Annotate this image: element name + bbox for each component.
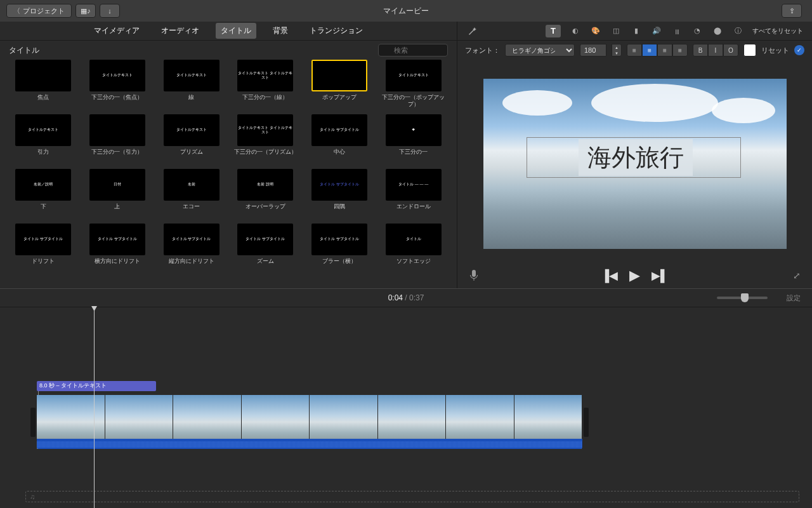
align-center-button[interactable]: ≡ — [642, 44, 657, 57]
filter-icon[interactable]: ⬤ — [712, 25, 723, 37]
stabilize-icon[interactable]: ▮ — [631, 25, 642, 37]
voiceover-mic-icon[interactable] — [469, 269, 479, 282]
align-right-button[interactable]: ≡ — [657, 44, 672, 57]
library-button[interactable]: ▦♪ — [75, 4, 96, 18]
inspector-toolbar: T ◐ 🎨 ◫ ▮ 🔊 ⫼ ◔ ⬤ ⓘ すべてをリセット — [457, 22, 812, 40]
title-preset-item[interactable]: タイトルテキストプリズム — [157, 114, 226, 163]
volume-icon[interactable]: 🔊 — [651, 25, 662, 37]
tab-transitions[interactable]: トランジション — [304, 23, 368, 39]
title-preset-thumb: タイトル サブタイトル — [311, 114, 367, 146]
search-input[interactable] — [378, 44, 448, 57]
title-browser: タイトル 🔍 焦点タイトルテキスト下三分の一（焦点）タイトルテキスト線タイトルテ… — [0, 41, 457, 288]
timeline-settings-button[interactable]: 設定 — [787, 293, 801, 303]
apply-check-icon[interactable]: ✓ — [794, 45, 804, 55]
outline-button[interactable]: O — [723, 44, 738, 57]
font-size-input[interactable] — [580, 44, 606, 57]
title-text-overlay[interactable]: 海外旅行 — [579, 139, 693, 176]
title-preset-item[interactable]: 名前 説明オーバーラップ — [231, 169, 300, 217]
timeline-body[interactable]: 8.0 秒 – タイトルテキスト ♫ — [0, 307, 812, 508]
title-preset-caption: ドリフト — [32, 258, 55, 272]
text-color-swatch[interactable] — [743, 44, 756, 57]
next-button[interactable]: ▶▌ — [652, 269, 669, 283]
title-preset-item[interactable]: タイトル サブタイトル横方向にドリフト — [83, 224, 152, 272]
font-family-select[interactable]: ヒラギノ角ゴシック W — [505, 44, 575, 57]
title-preset-item[interactable]: タイトルテキスト タイトルテキスト下三分の一（線） — [231, 60, 300, 108]
title-preset-caption: エコー — [183, 203, 200, 217]
share-icon: ⇪ — [789, 7, 795, 15]
title-preset-thumb: タイトルテキスト — [15, 114, 71, 146]
title-preset-item[interactable]: タイトルテキスト線 — [157, 60, 226, 108]
color-balance-icon[interactable]: ◐ — [570, 25, 581, 37]
time-display: 0:04 / 0:37 — [388, 293, 424, 302]
cloud-shape — [712, 98, 775, 123]
title-preset-caption: 四隅 — [334, 203, 345, 217]
download-arrow-icon: ↓ — [108, 7, 112, 15]
tab-my-media[interactable]: マイメディア — [89, 23, 145, 39]
reset-font-button[interactable]: リセット — [761, 46, 789, 55]
title-preset-caption: 縦方向にドリフト — [169, 258, 214, 272]
video-preview[interactable]: 海外旅行 — [483, 79, 787, 249]
title-preset-thumb — [311, 60, 367, 91]
music-lane[interactable]: ♫ — [25, 491, 799, 502]
title-preset-item[interactable]: タイトルテキスト下三分の一（ポップアップ） — [379, 60, 448, 108]
zoom-knob[interactable] — [741, 293, 749, 302]
import-button[interactable]: ↓ — [100, 4, 120, 18]
title-preset-item[interactable]: 焦点 — [9, 60, 78, 108]
title-preset-item[interactable]: タイトル — — —エンドロール — [379, 169, 448, 217]
noise-reduce-icon[interactable]: ⫼ — [671, 25, 683, 37]
font-size-stepper[interactable]: ▲▼ — [612, 44, 622, 57]
title-preset-thumb — [89, 114, 145, 146]
title-preset-thumb: 名前 説明 — [237, 169, 293, 201]
title-preset-item[interactable]: タイトル サブタイトルブラー（横） — [305, 224, 374, 272]
color-correct-icon[interactable]: 🎨 — [590, 25, 601, 37]
title-preset-item[interactable]: タイトルテキスト下三分の一（焦点） — [83, 60, 152, 108]
clip-trim-left[interactable] — [30, 408, 36, 437]
title-preset-item[interactable]: タイトルテキスト タイトルテキスト下三分の一（プリズム） — [231, 114, 300, 163]
align-left-button[interactable]: ≡ — [627, 44, 642, 57]
title-clip[interactable]: 8.0 秒 – タイトルテキスト — [37, 381, 156, 391]
title-preset-item[interactable]: 日付上 — [83, 169, 152, 217]
zoom-slider[interactable] — [717, 297, 768, 299]
title-preset-item[interactable]: タイトル サブタイトル縦方向にドリフト — [157, 224, 226, 272]
tab-audio[interactable]: オーディオ — [156, 23, 204, 39]
title-preset-caption: ソフトエッジ — [396, 258, 431, 272]
speed-icon[interactable]: ◔ — [691, 25, 703, 37]
auto-enhance-icon[interactable] — [466, 25, 478, 37]
reset-all-button[interactable]: すべてをリセット — [752, 27, 803, 36]
text-inspector-icon[interactable]: T — [546, 25, 561, 37]
italic-button[interactable]: I — [708, 44, 723, 57]
fullscreen-icon[interactable]: ⤢ — [793, 271, 801, 281]
title-preset-thumb: タイトルテキスト — [386, 60, 442, 91]
share-button[interactable]: ⇪ — [782, 4, 802, 18]
info-icon[interactable]: ⓘ — [732, 25, 743, 37]
tab-backgrounds[interactable]: 背景 — [268, 23, 293, 39]
prev-button[interactable]: ▐◀ — [601, 269, 618, 283]
title-preset-item[interactable]: ❖下三分の一 — [379, 114, 448, 163]
playhead[interactable] — [94, 307, 95, 508]
title-preset-item[interactable]: ポップアップ — [305, 60, 374, 108]
title-preset-caption: 下三分の一（引力） — [91, 149, 143, 163]
title-preset-item[interactable]: タイトル サブタイトル四隅 — [305, 169, 374, 217]
audio-waveform[interactable] — [37, 439, 582, 449]
play-button[interactable]: ▶ — [629, 267, 640, 284]
title-preset-caption: ブラー（横） — [322, 258, 357, 272]
title-preset-caption: 中心 — [334, 149, 345, 163]
title-preset-item[interactable]: タイトルソフトエッジ — [379, 224, 448, 272]
title-preset-thumb: ❖ — [386, 114, 442, 146]
title-preset-item[interactable]: タイトル サブタイトルドリフト — [9, 224, 78, 272]
title-preset-thumb: タイトル サブタイトル — [15, 224, 71, 255]
cloud-shape — [502, 90, 572, 116]
title-preset-item[interactable]: 名前エコー — [157, 169, 226, 217]
bold-button[interactable]: B — [693, 44, 708, 57]
align-justify-button[interactable]: ≡ — [672, 44, 688, 57]
back-to-projects-button[interactable]: 〈 プロジェクト — [6, 4, 72, 18]
title-preset-item[interactable]: 下三分の一（引力） — [83, 114, 152, 163]
title-preset-item[interactable]: タイトル サブタイトルズーム — [231, 224, 300, 272]
title-preset-item[interactable]: タイトル サブタイトル中心 — [305, 114, 374, 163]
crop-icon[interactable]: ◫ — [610, 25, 622, 37]
clip-trim-right[interactable] — [584, 408, 589, 437]
title-preset-thumb: タイトルテキスト — [89, 60, 145, 91]
title-preset-item[interactable]: タイトルテキスト引力 — [9, 114, 78, 163]
tab-titles[interactable]: タイトル — [216, 23, 256, 39]
title-preset-item[interactable]: 名前／説明下 — [9, 169, 78, 217]
